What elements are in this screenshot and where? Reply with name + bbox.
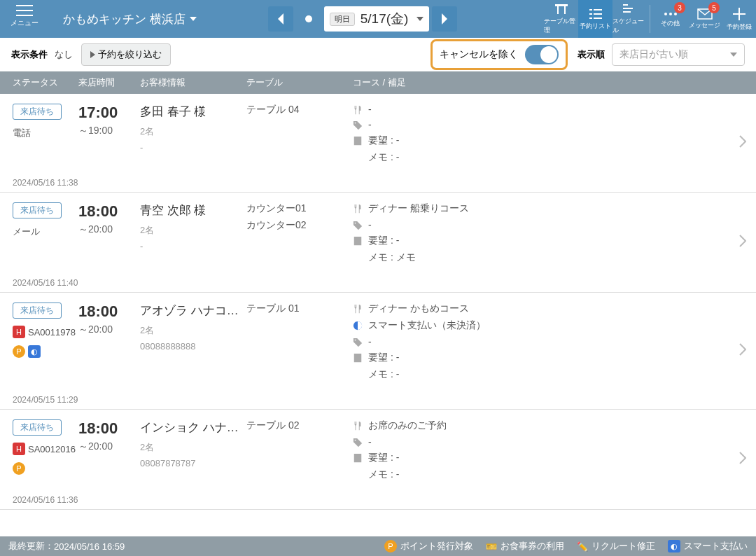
status-cell: 来店待ち H SA0012016 P bbox=[13, 419, 78, 485]
customer-phone: - bbox=[140, 142, 246, 153]
reservation-source: メール bbox=[13, 225, 78, 238]
divider bbox=[650, 5, 650, 33]
next-day-button[interactable] bbox=[432, 6, 457, 32]
status-cell: 来店待ち H SA0011978 P ◐ bbox=[13, 303, 78, 385]
chevron-right-icon bbox=[739, 343, 746, 359]
table-cell: テーブル 04 bbox=[246, 104, 353, 168]
customer-cell: 青空 次郎 様 2名 - bbox=[140, 202, 246, 268]
reservation-list-button[interactable]: 予約リスト bbox=[578, 0, 612, 38]
table-cell: テーブル 02 bbox=[246, 419, 353, 485]
today-button[interactable] bbox=[296, 6, 321, 32]
hamburger-icon bbox=[16, 10, 33, 11]
course-row: - bbox=[353, 104, 743, 115]
table-management-button[interactable]: テーブル管理 bbox=[544, 0, 578, 38]
hotpepper-icon: H bbox=[13, 326, 25, 338]
tag-row: - bbox=[353, 219, 743, 230]
point-icon: P bbox=[384, 540, 397, 552]
legend-ticket: 🎫お食事券の利用 bbox=[486, 540, 564, 552]
reservation-row[interactable]: 来店待ち H SA0012016 P 18:00 ～20:00 インショク ハナ… bbox=[0, 410, 756, 510]
customer-phone: 08088888888 bbox=[140, 341, 246, 352]
memo-row: メモ : - bbox=[353, 468, 743, 481]
date-picker[interactable]: 明日 5/17(金) bbox=[324, 6, 430, 32]
request-row: 要望 : - bbox=[353, 352, 743, 364]
schedule-button[interactable]: スケジュール bbox=[612, 0, 647, 38]
filter-conditions-label: 表示条件 bbox=[11, 48, 48, 61]
reservation-row[interactable]: 来店待ち 電話 17:00 ～19:00 多田 春子 様 2名 - テーブル 0… bbox=[0, 94, 756, 193]
customer-cell: 多田 春子 様 2名 - bbox=[140, 104, 246, 168]
filter-button[interactable]: 予約を絞り込む bbox=[81, 43, 171, 66]
point-icon: P bbox=[13, 462, 25, 475]
customer-cell: アオゾラ ハナコ… 2名 08088888888 bbox=[140, 303, 246, 385]
status-badge: 来店待ち bbox=[13, 104, 62, 120]
other-button[interactable]: その他 3 bbox=[653, 0, 687, 38]
last-updated-time: 2024/05/16 16:59 bbox=[54, 541, 125, 552]
register-button[interactable]: 予約登録 bbox=[722, 0, 756, 38]
memo-row: メモ : メモ bbox=[353, 251, 743, 264]
point-icon: P bbox=[13, 345, 25, 358]
customer-name: インショク ハナ… bbox=[140, 419, 246, 436]
customer-cell: インショク ハナ… 2名 08087878787 bbox=[140, 419, 246, 485]
course-row: ディナー 船乗りコース bbox=[353, 202, 743, 215]
reservation-row[interactable]: 来店待ち メール 18:00 ～20:00 青空 次郎 様 2名 - カウンター… bbox=[0, 193, 756, 293]
time-cell: 17:00 ～19:00 bbox=[78, 104, 140, 168]
memo-row: メモ : - bbox=[353, 368, 743, 381]
status-badge: 来店待ち bbox=[13, 202, 62, 218]
hotpepper-icon: H bbox=[13, 443, 25, 455]
notification-badge: 5 bbox=[708, 2, 720, 13]
time-cell: 18:00 ～20:00 bbox=[78, 419, 140, 485]
table-name: テーブル 01 bbox=[246, 303, 353, 315]
legend: Pポイント発行対象 🎫お食事券の利用 ✏️リクルート修正 ◐スマート支払い bbox=[384, 540, 748, 552]
col-time: 来店時間 bbox=[78, 76, 140, 89]
table-cell: カウンター01カウンター02 bbox=[246, 202, 353, 268]
legend-smartpay: ◐スマート支払い bbox=[668, 540, 748, 552]
date-relative-badge: 明日 bbox=[330, 13, 355, 26]
course-cell: - - 要望 : - メモ : - bbox=[353, 104, 743, 168]
caret-down-icon bbox=[730, 53, 737, 57]
course-cell: ディナー 船乗りコース - 要望 : - メモ : メモ bbox=[353, 202, 743, 268]
smartpay-row: スマート支払い（未決済） bbox=[353, 319, 743, 332]
store-selector[interactable]: かもめキッチン 横浜店 bbox=[63, 11, 197, 27]
course-cell: ディナー かもめコース スマート支払い（未決済） - 要望 : - メモ : - bbox=[353, 303, 743, 385]
start-time: 18:00 bbox=[78, 303, 140, 321]
menu-button[interactable]: メニュー bbox=[0, 0, 49, 38]
party-count: 2名 bbox=[140, 125, 246, 138]
exclude-cancelled-label: キャンセルを除く bbox=[440, 48, 518, 61]
exclude-cancelled-toggle[interactable] bbox=[525, 45, 559, 64]
request-row: 要望 : - bbox=[353, 452, 743, 464]
customer-name: 多田 春子 様 bbox=[140, 104, 246, 120]
time-cell: 18:00 ～20:00 bbox=[78, 202, 140, 268]
reservation-row[interactable]: 来店待ち H SA0011978 P ◐ 18:00 ～20:00 アオゾラ ハ… bbox=[0, 293, 756, 410]
prev-day-button[interactable] bbox=[268, 6, 293, 32]
caret-down-icon bbox=[190, 17, 197, 21]
sort-label: 表示順 bbox=[578, 48, 605, 61]
status-badge: 来店待ち bbox=[13, 419, 62, 436]
filter-bar: 表示条件 なし 予約を絞り込む キャンセルを除く 表示順 来店日が古い順 bbox=[0, 38, 756, 71]
request-row: 要望 : - bbox=[353, 235, 743, 247]
customer-phone: - bbox=[140, 241, 246, 251]
table-name: テーブル 02 bbox=[246, 419, 353, 432]
end-time: ～20:00 bbox=[78, 440, 140, 453]
caret-down-icon bbox=[416, 17, 424, 21]
sort-select-wrapper: 来店日が古い順 bbox=[612, 43, 745, 66]
created-timestamp: 2024/05/16 11:40 bbox=[13, 278, 743, 288]
reservation-code: H SA0011978 bbox=[13, 326, 78, 338]
smartpay-icon: ◐ bbox=[28, 345, 41, 358]
sort-select[interactable]: 来店日が古い順 bbox=[612, 43, 745, 66]
reservation-list: 来店待ち 電話 17:00 ～19:00 多田 春子 様 2名 - テーブル 0… bbox=[0, 94, 756, 510]
column-headers: ステータス 来店時間 お客様情報 テーブル コース / 補足 bbox=[0, 71, 756, 94]
legend-point: Pポイント発行対象 bbox=[384, 540, 473, 552]
svg-point-2 bbox=[674, 13, 677, 15]
message-button[interactable]: メッセージ 5 bbox=[687, 0, 722, 38]
header-toolbar: テーブル管理 予約リスト スケジュール その他 3 メッセージ 5 予約登録 bbox=[544, 0, 756, 38]
app-header: メニュー かもめキッチン 横浜店 明日 5/17(金) テーブル管理 予約リスト bbox=[0, 0, 756, 38]
reservation-icons: P bbox=[13, 462, 78, 475]
created-timestamp: 2024/05/16 11:38 bbox=[13, 178, 743, 188]
toggle-knob bbox=[540, 46, 557, 63]
request-row: 要望 : - bbox=[353, 134, 743, 147]
store-name: かもめキッチン 横浜店 bbox=[63, 11, 186, 27]
reservation-icons: P ◐ bbox=[13, 345, 78, 358]
party-count: 2名 bbox=[140, 441, 246, 454]
status-cell: 来店待ち メール bbox=[13, 202, 78, 268]
date-text: 5/17(金) bbox=[360, 10, 409, 28]
tag-row: - bbox=[353, 119, 743, 130]
